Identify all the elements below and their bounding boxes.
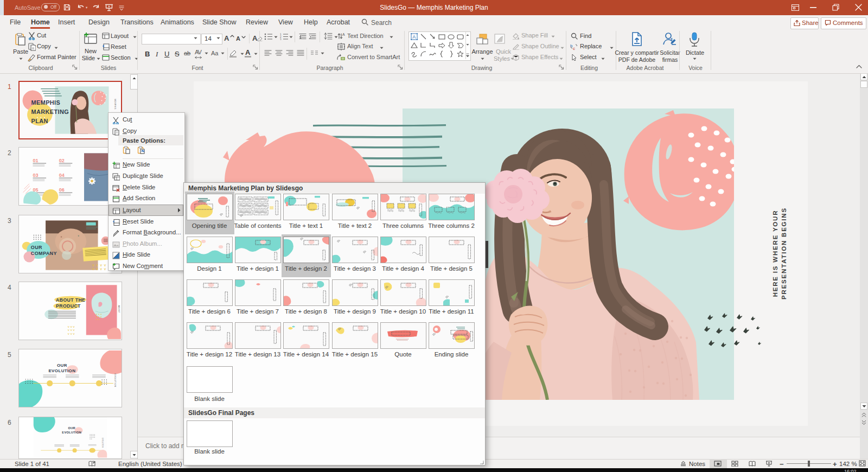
svg-text:c: c (573, 46, 575, 50)
svg-text:EVOLUTION: EVOLUTION (114, 374, 116, 387)
svg-text:v: v (71, 328, 72, 331)
svg-text:EVOLUTION: EVOLUTION (62, 431, 81, 434)
svg-text:x: x (671, 37, 673, 41)
svg-text:02: 02 (59, 158, 65, 163)
svg-text:EVOLUTION: EVOLUTION (101, 438, 104, 448)
svg-text:COMPANY: COMPANY (31, 251, 57, 256)
svg-text:v: v (96, 267, 98, 271)
svg-text:ABOUT THE: ABOUT THE (56, 297, 85, 303)
svg-text:PRESENTATION BEGINS: PRESENTATION BEGINS (781, 207, 787, 299)
svg-text:06: 06 (59, 187, 65, 193)
svg-text:PRODUCT: PRODUCT (56, 303, 81, 309)
svg-text:v: v (73, 325, 75, 328)
svg-text:A: A (412, 34, 416, 40)
svg-text:v: v (68, 332, 69, 335)
svg-text:v: v (68, 328, 69, 331)
svg-text:v: v (68, 325, 69, 328)
svg-text:v: v (104, 267, 106, 271)
svg-text:ABOUT: ABOUT (118, 305, 120, 313)
svg-text:v: v (71, 325, 72, 328)
svg-text:OUR: OUR (31, 245, 42, 250)
svg-text:HERE IS WHERE YOUR: HERE IS WHERE YOUR (772, 210, 778, 297)
svg-text:v: v (92, 267, 94, 271)
svg-text:v: v (100, 267, 102, 271)
svg-text:EVOLUTION: EVOLUTION (48, 368, 75, 373)
svg-text:OUR: OUR (68, 426, 75, 430)
svg-text:OUR: OUR (57, 363, 67, 368)
svg-text:MEMPHIS: MEMPHIS (114, 99, 116, 110)
svg-text:A: A (342, 33, 345, 36)
svg-text:3: 3 (280, 39, 282, 41)
svg-text:v: v (71, 332, 72, 335)
svg-text:v: v (73, 332, 75, 335)
svg-text:01: 01 (33, 158, 39, 163)
svg-text:PLAN: PLAN (31, 118, 48, 124)
svg-text:MARKETING: MARKETING (31, 109, 69, 115)
svg-text:04: 04 (59, 173, 65, 178)
svg-text:MEMPHIS: MEMPHIS (31, 99, 61, 106)
svg-text:03: 03 (33, 173, 39, 178)
svg-text:v: v (73, 328, 75, 331)
